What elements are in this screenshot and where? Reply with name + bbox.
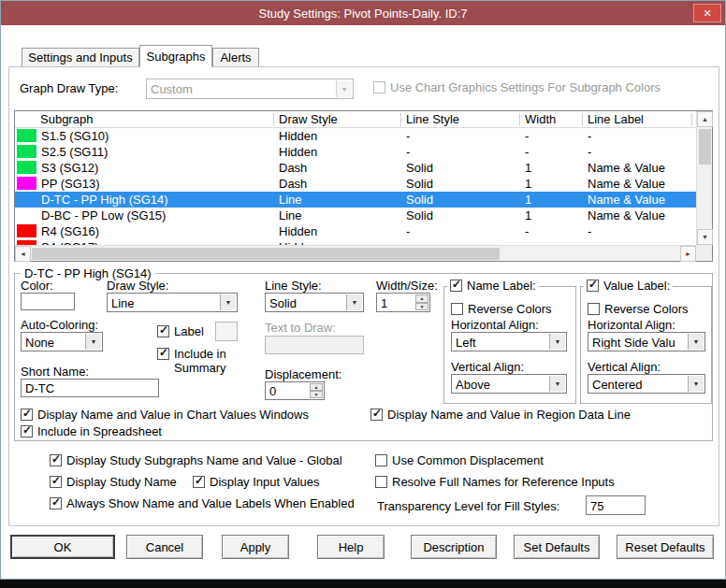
- value-vertical-align-value: Centered: [592, 377, 686, 391]
- table-row[interactable]: D-BC - PP Low (SG15) Line Solid 1 Name &…: [15, 208, 696, 223]
- short-name-input[interactable]: D-TC: [21, 379, 159, 397]
- spin-up-icon[interactable]: ▲: [415, 294, 428, 303]
- draw-style-select[interactable]: Line ▼: [107, 293, 238, 312]
- vertical-scrollbar[interactable]: ▲ ▼: [696, 111, 712, 245]
- name-reverse-colors-checkbox[interactable]: [451, 303, 463, 315]
- horizontal-scrollbar[interactable]: ◄ ►: [15, 245, 696, 261]
- dropdown-arrow-icon[interactable]: ▼: [688, 334, 704, 350]
- resolve-checkbox[interactable]: [375, 476, 387, 488]
- dropdown-arrow-icon[interactable]: ▼: [346, 294, 362, 310]
- resolve-checkbox-row[interactable]: Resolve Full Names for Reference Inputs: [375, 475, 615, 489]
- scroll-right-icon[interactable]: ►: [680, 246, 696, 262]
- study-name-checkbox-row[interactable]: Display Study Name: [50, 475, 177, 489]
- spreadsheet-checkbox[interactable]: [21, 425, 33, 437]
- dropdown-arrow-icon[interactable]: ▼: [549, 376, 565, 392]
- cell-draw-style: Hidden: [279, 144, 317, 160]
- value-reverse-colors-checkbox[interactable]: [588, 303, 600, 315]
- label-checkbox[interactable]: [157, 325, 169, 337]
- tab-settings-and-inputs[interactable]: Settings and Inputs: [22, 48, 139, 66]
- global-checkbox-row[interactable]: Display Study Subgraphs Name and Value -…: [50, 453, 342, 467]
- scroll-left-icon[interactable]: ◄: [15, 246, 31, 262]
- displacement-spinner[interactable]: 0 ▲ ▼: [265, 381, 325, 400]
- close-button[interactable]: ✕: [693, 4, 721, 22]
- always-show-checkbox-row[interactable]: Always Show Name and Value Labels When E…: [50, 496, 355, 510]
- cell-draw-style: Dash: [279, 160, 307, 176]
- input-values-checkbox-row[interactable]: Display Input Values: [193, 475, 320, 489]
- column-header-line-style[interactable]: Line Style: [406, 112, 459, 127]
- subgraph-color-swatch[interactable]: [17, 145, 36, 158]
- name-label-checkbox[interactable]: [450, 280, 462, 292]
- scroll-up-icon[interactable]: ▲: [697, 111, 713, 127]
- color-picker-box[interactable]: [21, 293, 75, 310]
- tab-alerts[interactable]: Alerts: [212, 48, 259, 66]
- table-row[interactable]: R4 (SG16) Hidden - - -: [15, 223, 696, 239]
- name-label-checkbox-row[interactable]: Name Label:: [447, 279, 539, 293]
- value-label-checkbox[interactable]: [587, 280, 599, 292]
- subgraph-color-swatch[interactable]: [17, 161, 36, 174]
- column-header-subgraph[interactable]: Subgraph: [40, 112, 93, 127]
- always-show-checkbox[interactable]: [50, 497, 62, 509]
- name-vertical-align-select[interactable]: Above ▼: [451, 374, 567, 394]
- dropdown-arrow-icon[interactable]: ▼: [549, 334, 565, 350]
- common-displacement-checkbox[interactable]: [375, 454, 387, 466]
- spreadsheet-checkbox-row[interactable]: Include in Spreadsheet: [21, 424, 162, 438]
- value-label-title: Value Label:: [603, 279, 670, 293]
- table-row[interactable]: PP (SG13) Dash Solid 1 Name & Value: [15, 176, 696, 192]
- line-style-select[interactable]: Solid ▼: [265, 293, 364, 312]
- transparency-input[interactable]: 75: [586, 495, 646, 515]
- apply-button[interactable]: Apply: [222, 535, 289, 559]
- subgraph-color-swatch[interactable]: [17, 129, 36, 142]
- cell-subgraph: S1.5 (SG10): [41, 128, 109, 144]
- chart-values-checkbox[interactable]: [21, 409, 33, 421]
- table-row-selected[interactable]: D-TC - PP High (SG14) Line Solid 1 Name …: [15, 192, 696, 208]
- tab-subgraphs[interactable]: Subgraphs: [139, 45, 212, 67]
- scroll-down-icon[interactable]: ▼: [697, 229, 713, 245]
- displacement-label: Displacement:: [265, 367, 341, 381]
- value-horizontal-align-select[interactable]: Right Side Valu ▼: [588, 332, 705, 351]
- input-values-checkbox[interactable]: [193, 476, 205, 488]
- spin-up-icon[interactable]: ▲: [310, 383, 323, 391]
- value-reverse-colors-checkbox-row[interactable]: Reverse Colors: [588, 302, 689, 316]
- column-header-draw-style[interactable]: Draw Style: [279, 112, 338, 127]
- include-in-summary-checkbox-row[interactable]: Include in Summary: [157, 347, 251, 375]
- study-name-checkbox[interactable]: [50, 476, 62, 488]
- cell-line-style: -: [406, 144, 410, 160]
- column-header-width[interactable]: Width: [525, 112, 556, 127]
- description-button[interactable]: Description: [411, 535, 497, 559]
- common-displacement-checkbox-row[interactable]: Use Common Displacement: [375, 453, 544, 467]
- auto-coloring-select[interactable]: None ▼: [21, 332, 103, 351]
- ok-button[interactable]: OK: [10, 535, 115, 559]
- subgraph-color-swatch[interactable]: [17, 177, 36, 190]
- set-defaults-button[interactable]: Set Defaults: [514, 535, 600, 559]
- label-checkbox-row[interactable]: Label: [157, 324, 204, 338]
- cancel-button[interactable]: Cancel: [126, 535, 203, 559]
- dropdown-arrow-icon[interactable]: ▼: [688, 376, 704, 392]
- include-in-summary-checkbox[interactable]: [157, 348, 169, 360]
- name-horizontal-align-select[interactable]: Left ▼: [451, 332, 567, 351]
- region-data-checkbox-row[interactable]: Display Name and Value in Region Data Li…: [370, 408, 631, 422]
- cell-draw-style: Hidden: [279, 223, 317, 239]
- value-vertical-align-select[interactable]: Centered ▼: [588, 374, 705, 394]
- label-color-box[interactable]: [215, 322, 238, 341]
- dropdown-arrow-icon[interactable]: ▼: [220, 294, 236, 310]
- subgraph-color-swatch[interactable]: [17, 208, 36, 222]
- cell-line-label: -: [588, 223, 591, 239]
- table-row[interactable]: S2.5 (SG11) Hidden - - -: [15, 144, 696, 160]
- help-button[interactable]: Help: [317, 535, 385, 559]
- name-reverse-colors-checkbox-row[interactable]: Reverse Colors: [451, 302, 552, 316]
- dropdown-arrow-icon[interactable]: ▼: [85, 334, 101, 350]
- spin-down-icon[interactable]: ▼: [415, 303, 428, 311]
- vertical-scrollbar-thumb[interactable]: [699, 129, 711, 165]
- reset-defaults-button[interactable]: Reset Defaults: [617, 535, 714, 559]
- spin-down-icon[interactable]: ▼: [310, 391, 323, 398]
- width-size-spinner[interactable]: 1 ▲ ▼: [376, 293, 430, 312]
- value-label-checkbox-row[interactable]: Value Label:: [584, 279, 673, 293]
- table-row[interactable]: S3 (SG12) Dash Solid 1 Name & Value: [15, 160, 696, 176]
- region-data-checkbox[interactable]: [370, 409, 383, 421]
- subgraph-color-swatch[interactable]: [17, 224, 36, 237]
- horizontal-scrollbar-thumb[interactable]: [32, 248, 500, 260]
- table-row[interactable]: S1.5 (SG10) Hidden - - -: [15, 128, 696, 144]
- column-header-line-label[interactable]: Line Label: [588, 112, 644, 127]
- global-checkbox[interactable]: [50, 454, 62, 466]
- chart-values-checkbox-row[interactable]: Display Name and Value in Chart Values W…: [21, 408, 309, 422]
